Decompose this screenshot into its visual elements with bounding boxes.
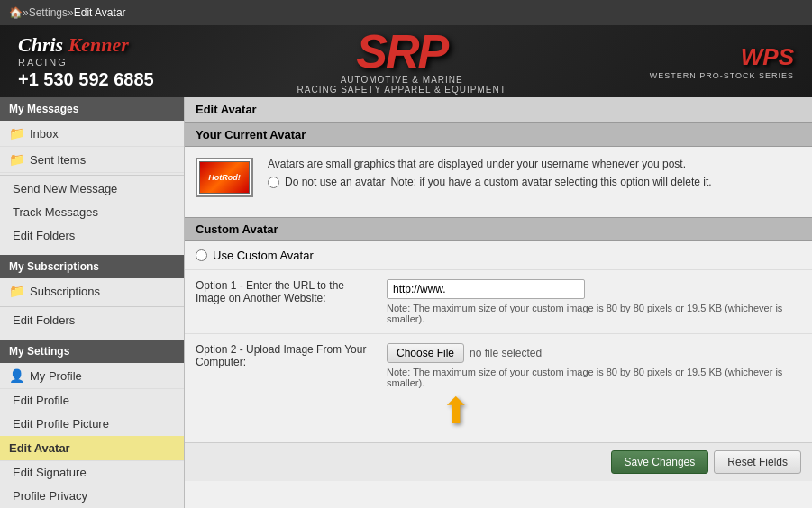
sidebar-subscriptions-label: Subscriptions: [30, 285, 100, 298]
sidebar-item-edit-profile[interactable]: Edit Profile: [0, 389, 184, 413]
option2-row: Option 2 - Upload Image From Your Comput…: [185, 333, 812, 442]
sidebar-item-send-new-message[interactable]: Send New Message: [0, 177, 184, 201]
banner-srp-logo: SRP: [297, 28, 506, 75]
action-row: Save Changes Reset Fields: [185, 442, 812, 481]
folder-icon: 📁: [9, 284, 24, 298]
current-avatar-body: HotRod! Avatars are small graphics that …: [185, 147, 812, 217]
use-custom-row: Use Custom Avatar: [185, 241, 812, 269]
custom-avatar-section: Use Custom Avatar Option 1 - Enter the U…: [185, 241, 812, 481]
sidebar-section-my-messages: My Messages: [0, 97, 184, 121]
breadcrumb: 🏠 » Settings » Edit Avatar: [0, 0, 812, 25]
avatar-desc-text: Avatars are small graphics that are disp…: [268, 158, 712, 170]
file-input-row: Choose File no file selected: [387, 343, 801, 363]
use-custom-avatar-radio[interactable]: [196, 249, 207, 261]
folder-icon: 📁: [9, 152, 24, 167]
sidebar-item-subscriptions[interactable]: 📁 Subscriptions: [0, 278, 184, 304]
option1-label: Option 1 - Enter the URL to the Image on…: [196, 279, 376, 304]
folder-icon: 📁: [9, 126, 24, 141]
choose-file-button[interactable]: Choose File: [387, 343, 464, 363]
option1-note: Note: The maximum size of your custom im…: [387, 303, 801, 324]
no-avatar-radio-row: Do not use an avatar Note: if you have a…: [268, 176, 712, 188]
sidebar-item-track-messages[interactable]: Track Messages: [0, 201, 184, 224]
avatar-description-column: Avatars are small graphics that are disp…: [268, 158, 712, 188]
option1-row: Option 1 - Enter the URL to the Image on…: [185, 269, 812, 333]
option1-content: Note: The maximum size of your custom im…: [387, 279, 801, 324]
sidebar-item-sent-items[interactable]: 📁 Sent Items: [0, 147, 184, 173]
banner-kenner-name: Chris Kenner: [18, 33, 129, 57]
home-icon[interactable]: 🏠: [9, 6, 23, 19]
banner-phone: +1 530 592 6885: [18, 69, 154, 90]
no-file-selected-text: no file selected: [470, 347, 542, 359]
sidebar-sent-label: Sent Items: [30, 153, 86, 167]
breadcrumb-sep1: »: [23, 6, 29, 19]
option2-label: Option 2 - Upload Image From Your Comput…: [196, 343, 376, 368]
sidebar-item-edit-profile-picture[interactable]: Edit Profile Picture: [0, 413, 184, 436]
banner-srp-line2: Racing Safety Apparel & Equipment: [297, 85, 506, 95]
banner-srp-line1: Automotive & Marine: [297, 75, 506, 85]
arrow-container: ⬆: [387, 388, 801, 433]
save-changes-button[interactable]: Save Changes: [611, 450, 709, 474]
avatar-row: HotRod! Avatars are small graphics that …: [196, 158, 801, 197]
no-avatar-radio-label: Do not use an avatar: [285, 176, 385, 188]
banner-srp: SRP Automotive & Marine Racing Safety Ap…: [297, 28, 506, 95]
sidebar-item-edit-folders-messages[interactable]: Edit Folders: [0, 224, 184, 248]
sidebar-my-profile-label: My Profile: [30, 369, 82, 383]
breadcrumb-settings[interactable]: Settings: [29, 6, 68, 19]
content-header: Edit Avatar: [185, 97, 812, 122]
sidebar-section-my-subscriptions: My Subscriptions: [0, 255, 184, 278]
arrow-up-icon: ⬆: [441, 390, 471, 431]
current-avatar-section-title: Your Current Avatar: [185, 122, 812, 147]
avatar-preview: HotRod!: [196, 158, 253, 197]
no-avatar-note: Note: if you have a custom avatar select…: [390, 176, 711, 188]
no-avatar-radio[interactable]: [268, 177, 279, 188]
content-area: Edit Avatar Your Current Avatar HotRod! …: [185, 97, 812, 508]
option2-content: Choose File no file selected Note: The m…: [387, 343, 801, 433]
sidebar-item-edit-signature[interactable]: Edit Signature: [0, 461, 184, 485]
sidebar-item-edit-avatar[interactable]: Edit Avatar: [0, 436, 184, 461]
breadcrumb-current: Edit Avatar: [74, 6, 126, 19]
banner-left: Chris Kenner RACING +1 530 592 6885: [18, 33, 154, 90]
sidebar-item-inbox[interactable]: 📁 Inbox: [0, 121, 184, 147]
banner-racing-label: RACING: [18, 57, 68, 68]
sidebar-item-profile-privacy[interactable]: Profile Privacy: [0, 485, 184, 508]
sidebar-section-my-settings: My Settings: [0, 340, 184, 363]
sidebar-item-edit-folders-subs[interactable]: Edit Folders: [0, 309, 184, 332]
reset-fields-button[interactable]: Reset Fields: [714, 450, 801, 474]
sidebar-item-my-profile[interactable]: 👤 My Profile: [0, 363, 184, 389]
banner-wps-sub: WESTERN PRO-STOCK SERIES: [650, 71, 794, 80]
sidebar: My Messages 📁 Inbox 📁 Sent Items Send Ne…: [0, 97, 185, 508]
banner-right: WPS WESTERN PRO-STOCK SERIES: [650, 43, 794, 80]
breadcrumb-sep2: »: [68, 6, 74, 19]
use-custom-avatar-label: Use Custom Avatar: [213, 249, 314, 262]
url-input[interactable]: [387, 279, 585, 299]
avatar-image: HotRod!: [199, 161, 250, 194]
banner: Chris Kenner RACING +1 530 592 6885 SRP …: [0, 25, 812, 97]
option2-note: Note: The maximum size of your custom im…: [387, 367, 801, 388]
person-icon: 👤: [9, 368, 24, 383]
sidebar-inbox-label: Inbox: [30, 127, 59, 141]
custom-avatar-section-title: Custom Avatar: [185, 217, 812, 241]
banner-wps-logo: WPS: [741, 43, 794, 71]
